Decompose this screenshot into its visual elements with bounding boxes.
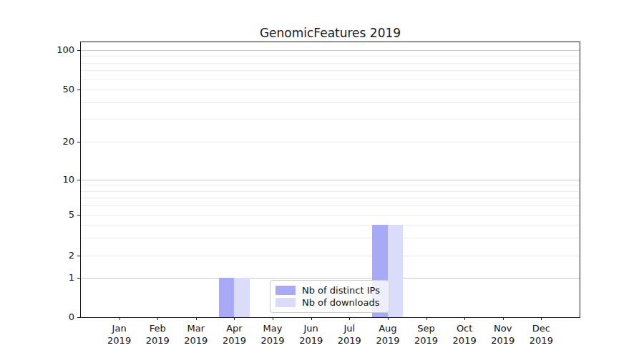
legend: Nb of distinct IPs Nb of downloads xyxy=(270,280,389,313)
minor-gridline xyxy=(81,185,580,185)
y-tick-mark xyxy=(77,215,80,216)
major-gridline xyxy=(81,180,580,180)
x-tick-mark xyxy=(541,317,542,320)
legend-item-distinct-ips: Nb of distinct IPs xyxy=(275,285,383,296)
x-tick-mark xyxy=(311,317,312,320)
x-tick-mark xyxy=(234,317,235,320)
y-tick-mark xyxy=(77,90,80,90)
y-tick-mark xyxy=(77,317,80,318)
y-tick-label: 100 xyxy=(43,44,74,56)
minor-gridline xyxy=(81,90,580,90)
x-tick-label-nov: Nov 2019 xyxy=(483,322,523,347)
plot-area xyxy=(80,42,580,318)
y-tick-mark xyxy=(77,256,80,256)
y-tick-mark xyxy=(77,50,80,51)
major-gridline xyxy=(81,278,580,279)
y-tick-label: 2 xyxy=(43,250,74,261)
x-tick-mark xyxy=(196,317,197,320)
y-tick-label: 20 xyxy=(43,136,74,147)
minor-gridline xyxy=(81,56,580,57)
x-tick-label-dec: Dec 2019 xyxy=(521,322,561,347)
legend-item-downloads: Nb of downloads xyxy=(275,297,383,308)
minor-gridline xyxy=(81,198,580,198)
x-tick-label-jul: Jul 2019 xyxy=(329,322,369,347)
x-tick-mark xyxy=(273,317,273,320)
x-tick-label-mar: Mar 2019 xyxy=(176,322,216,347)
x-tick-label-oct: Oct 2019 xyxy=(444,322,484,347)
minor-gridline xyxy=(81,238,580,238)
minor-gridline xyxy=(81,256,580,256)
x-tick-label-jan: Jan 2019 xyxy=(99,322,140,347)
major-gridline xyxy=(81,50,580,51)
x-tick-mark xyxy=(503,317,504,320)
minor-gridline xyxy=(81,102,580,103)
y-tick-mark xyxy=(77,142,80,142)
y-tick-label: 10 xyxy=(43,174,74,185)
minor-gridline xyxy=(81,205,580,206)
minor-gridline xyxy=(81,119,580,120)
x-tick-label-may: May 2019 xyxy=(253,322,293,347)
minor-gridline xyxy=(81,63,580,64)
legend-swatch-downloads-icon xyxy=(275,298,296,307)
y-tick-label: 50 xyxy=(43,84,74,95)
y-tick-label: 5 xyxy=(43,209,74,221)
minor-gridline xyxy=(81,142,580,142)
chart-title: GenomicFeatures 2019 xyxy=(81,26,580,40)
minor-gridline xyxy=(81,70,580,71)
x-tick-mark xyxy=(157,317,158,320)
x-tick-label-jun: Jun 2019 xyxy=(291,322,331,347)
minor-gridline xyxy=(81,215,580,216)
x-tick-mark xyxy=(426,317,427,320)
x-tick-label-aug: Aug 2019 xyxy=(368,322,408,347)
y-tick-mark xyxy=(77,180,80,180)
x-tick-mark xyxy=(119,317,120,320)
legend-swatch-distinct-ips-icon xyxy=(275,286,296,295)
y-tick-label: 1 xyxy=(43,272,74,284)
bar-apr-downloads xyxy=(234,278,250,317)
minor-gridline xyxy=(81,225,580,226)
x-tick-label-feb: Feb 2019 xyxy=(137,322,177,347)
x-tick-label-sep: Sep 2019 xyxy=(406,322,447,347)
bar-apr-distinct-ips xyxy=(219,278,235,317)
x-tick-label-apr: Apr 2019 xyxy=(214,322,254,347)
y-tick-mark xyxy=(77,278,80,279)
chart-figure: GenomicFeatures 2019 Nb of distinct IPs … xyxy=(0,0,644,358)
legend-label-downloads: Nb of downloads xyxy=(302,297,379,308)
x-tick-mark xyxy=(349,317,350,320)
x-tick-mark xyxy=(388,317,389,320)
legend-label-distinct-ips: Nb of distinct IPs xyxy=(302,285,380,296)
y-tick-label: 0 xyxy=(43,311,74,323)
bar-aug-downloads xyxy=(388,225,404,317)
x-tick-mark xyxy=(464,317,465,320)
minor-gridline xyxy=(81,191,580,192)
minor-gridline xyxy=(81,79,580,80)
